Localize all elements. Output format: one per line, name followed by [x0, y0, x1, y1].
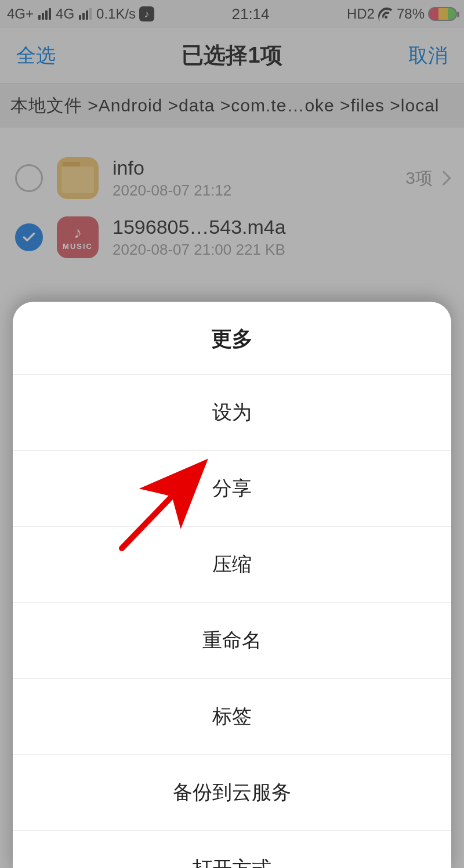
sheet-title: 更多 [13, 302, 451, 375]
action-compress[interactable]: 压缩 [13, 527, 451, 603]
action-rename[interactable]: 重命名 [13, 603, 451, 679]
action-open-with[interactable]: 打开方式 [13, 831, 451, 868]
action-tag[interactable]: 标签 [13, 679, 451, 755]
action-set-as[interactable]: 设为 [13, 375, 451, 451]
more-actions-sheet: 更多 设为 分享 压缩 重命名 标签 备份到云服务 打开方式 [13, 302, 451, 868]
action-share[interactable]: 分享 [13, 451, 451, 527]
action-backup[interactable]: 备份到云服务 [13, 755, 451, 831]
